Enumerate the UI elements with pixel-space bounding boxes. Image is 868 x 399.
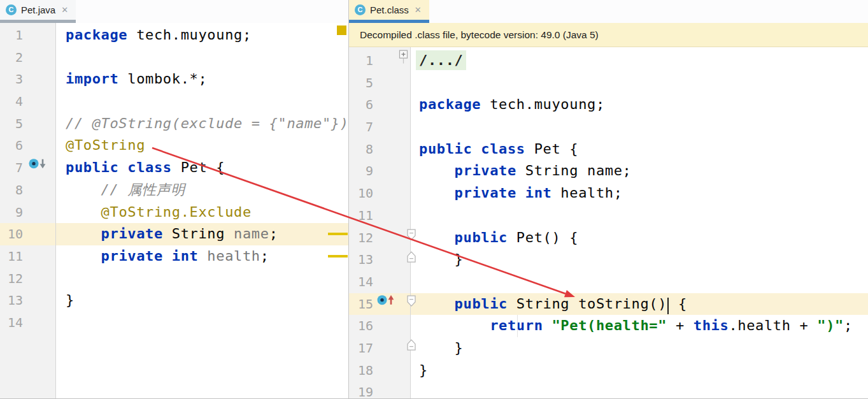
code-line[interactable]: 9 @ToString.Exclude	[0, 201, 348, 224]
code-line[interactable]: 13}	[0, 289, 348, 312]
code-line[interactable]: 8 // 属性声明	[0, 179, 348, 201]
line-number[interactable]: 14	[353, 271, 373, 293]
code-text[interactable]: package tech.muyoung;	[411, 94, 868, 116]
tab-pet-class[interactable]: C Pet.class ✕	[349, 0, 429, 23]
gutter-cell[interactable]: 9	[0, 201, 56, 224]
gutter-cell[interactable]: 15	[349, 293, 411, 316]
code-editor-java[interactable]: 1package tech.muyoung;23import lombok.*;…	[0, 23, 348, 398]
gutter-cell[interactable]: 10	[0, 223, 56, 245]
warning-stripe-mark[interactable]	[328, 255, 348, 258]
gutter-cell[interactable]: 11	[0, 245, 56, 268]
overridden-down-icon[interactable]	[27, 157, 49, 179]
gutter-cell[interactable]: 14	[0, 312, 56, 334]
overriding-up-icon[interactable]	[376, 293, 397, 316]
code-text[interactable]: private String name;	[56, 223, 348, 245]
code-text[interactable]: public Pet() {	[411, 227, 868, 249]
gutter-cell[interactable]: 3	[0, 68, 56, 91]
code-line[interactable]: 14	[0, 312, 348, 334]
line-number[interactable]: 19	[353, 381, 373, 398]
line-number[interactable]: 10	[5, 223, 23, 245]
gutter-cell[interactable]: 10	[349, 182, 411, 205]
code-text[interactable]: @ToString.Exclude	[56, 201, 348, 224]
code-line[interactable]: 11	[349, 205, 868, 227]
gutter-cell[interactable]: 5	[0, 113, 56, 135]
code-text[interactable]: private int health;	[56, 245, 348, 268]
line-number[interactable]: 13	[5, 289, 23, 312]
line-number[interactable]: 6	[353, 94, 373, 116]
code-text[interactable]: }	[411, 337, 868, 359]
code-line[interactable]: 12	[0, 268, 348, 290]
code-text[interactable]: // 属性声明	[56, 179, 348, 201]
code-line[interactable]: 1package tech.muyoung;	[0, 24, 348, 47]
code-text[interactable]: @ToString	[56, 134, 348, 157]
gutter-cell[interactable]: 8	[349, 138, 411, 161]
code-text[interactable]	[56, 312, 348, 334]
gutter-cell[interactable]: 7	[349, 116, 411, 138]
close-icon[interactable]: ✕	[413, 5, 422, 15]
code-text[interactable]: }	[411, 249, 868, 271]
plus-fold-icon[interactable]	[399, 50, 408, 72]
code-text[interactable]	[411, 116, 868, 138]
line-number[interactable]: 11	[5, 245, 23, 268]
line-number[interactable]: 12	[5, 268, 23, 290]
code-text[interactable]	[411, 205, 868, 227]
code-line[interactable]: 7	[349, 116, 868, 138]
code-line[interactable]: 13 }	[349, 249, 868, 271]
line-number[interactable]: 10	[353, 182, 373, 205]
code-line[interactable]: 18}	[349, 359, 868, 382]
pane-splitter[interactable]	[348, 0, 349, 398]
line-number[interactable]: 7	[353, 116, 373, 138]
tab-pet-java[interactable]: C Pet.java ✕	[0, 0, 76, 23]
code-line[interactable]: 10 private String name;	[0, 223, 348, 245]
gutter-cell[interactable]: 12	[349, 227, 411, 249]
code-text[interactable]: import lombok.*;	[56, 68, 348, 91]
line-number[interactable]: 11	[353, 205, 373, 227]
gutter-cell[interactable]: 4	[0, 91, 56, 113]
gutter-cell[interactable]: 19	[349, 381, 411, 398]
code-line[interactable]: 9 private String name;	[349, 160, 868, 182]
line-number[interactable]: 7	[5, 157, 23, 179]
line-number[interactable]: 2	[5, 47, 23, 69]
code-text[interactable]	[56, 47, 348, 69]
code-line[interactable]: 11 private int health;	[0, 245, 348, 268]
gutter-cell[interactable]: 18	[349, 359, 411, 382]
code-line[interactable]: 16 return "Pet(health=" + this.health + …	[349, 315, 868, 337]
gutter-cell[interactable]: 1	[0, 24, 56, 47]
code-text[interactable]	[56, 91, 348, 113]
code-text[interactable]: public class Pet {	[56, 157, 348, 179]
code-line[interactable]: 7public class Pet {	[0, 157, 348, 179]
line-number[interactable]: 5	[353, 72, 373, 94]
code-line[interactable]: 14	[349, 271, 868, 293]
line-number[interactable]: 4	[5, 91, 23, 113]
line-number[interactable]: 1	[5, 24, 23, 47]
code-line[interactable]: 17 }	[349, 337, 868, 359]
line-number[interactable]: 17	[353, 337, 373, 359]
line-number[interactable]: 3	[5, 68, 23, 91]
gutter-cell[interactable]: 12	[0, 268, 56, 290]
gutter-cell[interactable]: 13	[0, 289, 56, 312]
line-number[interactable]: 16	[353, 315, 373, 337]
gutter-cell[interactable]: 11	[349, 205, 411, 227]
code-text[interactable]: }	[56, 289, 348, 312]
code-line[interactable]: 12 public Pet() {	[349, 227, 868, 249]
code-text[interactable]: public class Pet {	[411, 138, 868, 161]
code-line[interactable]: 6@ToString	[0, 134, 348, 157]
line-number[interactable]: 8	[353, 138, 373, 161]
gutter-cell[interactable]: 8	[0, 179, 56, 201]
line-number[interactable]: 15	[353, 293, 373, 316]
line-number[interactable]: 5	[5, 113, 23, 135]
code-line[interactable]: 3import lombok.*;	[0, 68, 348, 91]
code-text[interactable]	[411, 271, 868, 293]
code-line[interactable]: 8public class Pet {	[349, 138, 868, 161]
code-line[interactable]: 4	[0, 91, 348, 113]
close-icon[interactable]: ✕	[60, 5, 68, 15]
fold-top-fold-icon[interactable]	[406, 226, 416, 249]
fold-bottom-fold-icon[interactable]	[406, 249, 416, 271]
line-number[interactable]: 9	[353, 160, 373, 182]
code-line[interactable]: 5// @ToString(exclude = {"name"})	[0, 113, 348, 135]
code-line[interactable]: 19	[349, 381, 868, 398]
code-text[interactable]: private int health;	[411, 182, 868, 205]
code-text[interactable]: // @ToString(exclude = {"name"})	[56, 113, 348, 135]
code-line[interactable]: 6package tech.muyoung;	[349, 94, 868, 116]
gutter-cell[interactable]: 7	[0, 157, 56, 179]
